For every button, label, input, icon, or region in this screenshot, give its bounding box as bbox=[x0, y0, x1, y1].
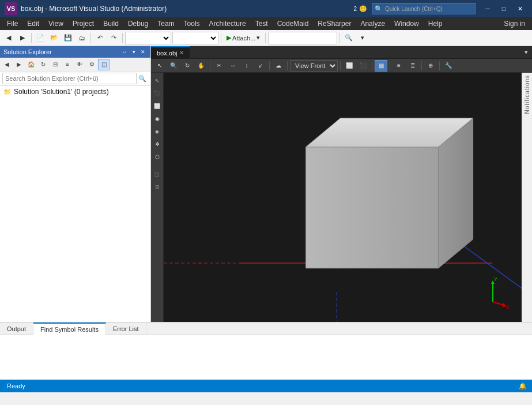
left-tb-btn-1[interactable]: ↖ bbox=[152, 75, 163, 87]
minimize-button[interactable]: ─ bbox=[480, 3, 495, 14]
toolbar-undo-button[interactable]: ↶ bbox=[93, 32, 106, 44]
notifications-label: Notifications bbox=[524, 75, 530, 114]
vt-add-btn[interactable]: ⊕ bbox=[424, 60, 437, 72]
tab-menu-button[interactable]: ▾ bbox=[520, 47, 532, 58]
attach-button[interactable]: ▶ Attach... ▾ bbox=[224, 32, 263, 44]
menu-architecture[interactable]: Architecture bbox=[205, 18, 251, 29]
menu-file[interactable]: File bbox=[2, 18, 22, 29]
vt-sep-5 bbox=[372, 61, 372, 70]
se-auto-hide-button[interactable]: ▾ bbox=[130, 48, 138, 56]
menu-analyze[interactable]: Analyze bbox=[356, 18, 390, 29]
vt-pan-btn[interactable]: ✋ bbox=[195, 60, 207, 72]
vt-select-btn[interactable]: ↖ bbox=[153, 60, 166, 72]
se-close-button[interactable]: ✕ bbox=[139, 48, 147, 56]
toolbar-separator-3 bbox=[122, 33, 123, 43]
vt-render-btn[interactable]: ☁ bbox=[272, 60, 285, 72]
vt-list2-btn[interactable]: ≣ bbox=[406, 60, 419, 72]
toolbar-new-button[interactable]: 📄 bbox=[34, 32, 47, 44]
menu-resharper[interactable]: ReSharper bbox=[313, 18, 356, 29]
vt-sep-1 bbox=[210, 61, 210, 70]
menu-team[interactable]: Team bbox=[153, 18, 179, 29]
view-front-dropdown[interactable]: View Front bbox=[290, 60, 338, 72]
vt-zoom-btn[interactable]: 🔍 bbox=[167, 60, 180, 72]
main-toolbar: ◀ ▶ 📄 📂 💾 🗂 ↶ ↷ ▶ Attach... ▾ 🔍 ▾ bbox=[0, 30, 532, 46]
status-bar: Ready 🔔 bbox=[0, 380, 532, 392]
toolbar-save-button[interactable]: 💾 bbox=[62, 32, 74, 44]
tree-item-solution[interactable]: 📁 Solution 'Solution1' (0 projects) bbox=[0, 86, 150, 97]
menu-view[interactable]: View bbox=[44, 18, 68, 29]
vt-move-btn[interactable]: ↙ bbox=[254, 60, 267, 72]
menu-build[interactable]: Build bbox=[99, 18, 123, 29]
se-home-btn[interactable]: 🏠 bbox=[25, 59, 37, 70]
vt-move-x-btn[interactable]: ↔ bbox=[227, 60, 239, 72]
tab-boxobj[interactable]: box.obj ✕ bbox=[151, 46, 190, 59]
se-refresh-btn[interactable]: ↻ bbox=[37, 59, 49, 70]
se-sync-btn[interactable]: ◫ bbox=[98, 59, 110, 70]
menu-tools[interactable]: Tools bbox=[179, 18, 205, 29]
vt-wireframe-btn[interactable]: ⬛ bbox=[357, 60, 369, 72]
menu-debug[interactable]: Debug bbox=[123, 18, 153, 29]
toolbar-redo-button[interactable]: ↷ bbox=[107, 32, 120, 44]
status-notifications-button[interactable]: 🔔 bbox=[518, 381, 527, 391]
attach-dropdown-icon: ▾ bbox=[256, 34, 260, 42]
vt-sep-7 bbox=[421, 61, 422, 70]
vt-move-y-btn[interactable]: ↕ bbox=[240, 60, 253, 72]
se-properties-btn[interactable]: ≡ bbox=[62, 59, 73, 70]
toolbar-extra-button[interactable]: 🔍 bbox=[342, 32, 355, 44]
toolbar-back-button[interactable]: ◀ bbox=[2, 32, 15, 44]
left-tb-btn-2[interactable]: ⬛ bbox=[152, 88, 163, 99]
search-toolbar-input[interactable] bbox=[268, 32, 337, 44]
toolbar-forward-button[interactable]: ▶ bbox=[16, 32, 29, 44]
menu-codemaid[interactable]: CodeMaid bbox=[273, 18, 314, 29]
bottom-tab-error-list[interactable]: Error List bbox=[106, 322, 146, 335]
se-collapse-btn[interactable]: ⊟ bbox=[50, 59, 61, 70]
menu-project[interactable]: Project bbox=[68, 18, 99, 29]
se-search-button[interactable]: 🔍 bbox=[137, 73, 148, 84]
window-controls: ─ □ ✕ bbox=[480, 3, 527, 14]
tab-close-icon[interactable]: ✕ bbox=[179, 50, 184, 56]
menu-help[interactable]: Help bbox=[424, 18, 447, 29]
se-showall-btn[interactable]: 👁 bbox=[74, 59, 85, 70]
close-button[interactable]: ✕ bbox=[512, 3, 527, 14]
se-search-input[interactable] bbox=[2, 73, 137, 84]
cube-svg bbox=[259, 89, 478, 297]
sign-in-link[interactable]: Sign in bbox=[499, 18, 530, 29]
se-back-btn[interactable]: ◀ bbox=[1, 59, 13, 70]
left-tb-btn-8[interactable]: ◫ bbox=[152, 168, 163, 180]
toolbar-extra2-button[interactable]: ▾ bbox=[356, 32, 369, 44]
se-pin-button[interactable]: ↔ bbox=[120, 48, 129, 56]
toolbar-saveall-button[interactable]: 🗂 bbox=[76, 32, 88, 44]
bottom-tab-output[interactable]: Output bbox=[0, 322, 33, 335]
left-tb-btn-4[interactable]: ◉ bbox=[152, 113, 163, 125]
restore-button[interactable]: □ bbox=[496, 3, 511, 14]
title-bar: VS box.obj - Microsoft Visual Studio (Ad… bbox=[0, 0, 532, 17]
bottom-tab-find-symbol[interactable]: Find Symbol Results bbox=[33, 322, 106, 335]
vt-list-btn[interactable]: ≡ bbox=[393, 60, 405, 72]
toolbar-open-button[interactable]: 📂 bbox=[48, 32, 61, 44]
platform-dropdown[interactable] bbox=[172, 32, 218, 44]
menu-test[interactable]: Test bbox=[251, 18, 273, 29]
left-tb-btn-6[interactable]: ❖ bbox=[152, 138, 163, 150]
vt-cut-btn[interactable]: ✂ bbox=[213, 60, 225, 72]
svg-marker-7 bbox=[305, 147, 438, 268]
menu-window[interactable]: Window bbox=[390, 18, 424, 29]
vt-box-btn[interactable]: ⬜ bbox=[343, 60, 356, 72]
se-filter-btn[interactable]: ⚙ bbox=[86, 59, 97, 70]
menu-edit[interactable]: Edit bbox=[22, 18, 44, 29]
window-title: box.obj - Microsoft Visual Studio (Admin… bbox=[21, 5, 353, 13]
solution-explorer-search: 🔍 bbox=[0, 72, 150, 86]
viewport-canvas[interactable]: Y X bbox=[164, 73, 522, 322]
se-forward-btn[interactable]: ▶ bbox=[13, 59, 25, 70]
vt-rotate-btn[interactable]: ↻ bbox=[181, 60, 194, 72]
left-tb-btn-3[interactable]: ⬜ bbox=[152, 100, 163, 112]
quick-launch-bar[interactable]: 🔍 Quick Launch (Ctrl+Q) bbox=[372, 3, 476, 14]
quick-launch-text: Quick Launch (Ctrl+Q) bbox=[385, 6, 443, 12]
toolbar-separator-6 bbox=[339, 33, 340, 43]
left-tb-btn-7[interactable]: ⬡ bbox=[152, 151, 163, 163]
svg-text:X: X bbox=[506, 305, 510, 310]
left-tb-btn-5[interactable]: ◈ bbox=[152, 126, 163, 137]
configuration-dropdown[interactable] bbox=[125, 32, 171, 44]
vt-settings-btn[interactable]: 🔧 bbox=[442, 60, 455, 72]
vt-grid-btn[interactable]: ▦ bbox=[375, 60, 387, 72]
left-tb-btn-9[interactable]: ⊞ bbox=[152, 181, 163, 193]
